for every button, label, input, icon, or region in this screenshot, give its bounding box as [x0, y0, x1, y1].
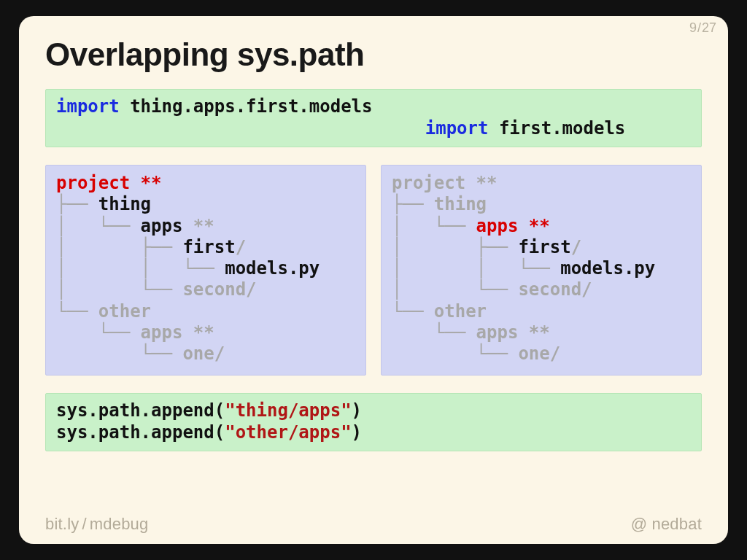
- slide-title: Overlapping sys.path: [45, 36, 702, 73]
- stage: 9/27 Overlapping sys.path import thing.a…: [0, 0, 747, 560]
- footer-at-sign: @: [631, 515, 648, 533]
- page-current: 9: [689, 20, 697, 35]
- import-line-2: import first.models: [56, 117, 691, 139]
- import-2-module: first.models: [488, 118, 625, 139]
- tree-left-l9: └── one/: [56, 343, 355, 365]
- tree-right-l1: project **: [392, 173, 691, 194]
- page-sep: /: [697, 20, 702, 35]
- tree-left-l1: project **: [56, 173, 355, 194]
- footer-link-domain: bit.ly: [45, 515, 79, 533]
- page-total: 27: [702, 20, 716, 35]
- footer-left: bit.ly/mdebug: [45, 515, 148, 534]
- tree-left-l5: │ │ └── models.py: [56, 258, 355, 279]
- syspath-line-2: sys.path.append("other/apps"): [56, 421, 691, 443]
- import-line-1: import thing.apps.first.models: [56, 96, 691, 117]
- tree-right-l8: └── apps **: [392, 322, 691, 343]
- tree-left-l3: │ └── apps **: [56, 216, 355, 237]
- tree-left-l7: └── other: [56, 301, 355, 322]
- tree-left-l6: │ └── second/: [56, 279, 355, 300]
- tree-right-l9: └── one/: [392, 343, 691, 365]
- tree-left: project ** ├── thing │ └── apps ** │ ├──…: [45, 165, 366, 376]
- footer-link-path: mdebug: [90, 515, 149, 533]
- page-number: 9/27: [689, 20, 716, 36]
- tree-right-l6: │ └── second/: [392, 279, 691, 300]
- footer: bit.ly/mdebug @ nedbat: [45, 515, 702, 534]
- tree-right-l3: │ └── apps **: [392, 216, 691, 237]
- kw-import-1: import: [56, 96, 120, 117]
- syspath-code-block: sys.path.append("thing/apps") sys.path.a…: [45, 393, 702, 451]
- footer-right: @ nedbat: [631, 515, 702, 534]
- tree-right-l4: │ ├── first/: [392, 237, 691, 258]
- tree-left-l4: │ ├── first/: [56, 237, 355, 258]
- slide: 9/27 Overlapping sys.path import thing.a…: [19, 16, 728, 544]
- tree-right-l7: └── other: [392, 301, 691, 322]
- tree-right-l5: │ │ └── models.py: [392, 258, 691, 279]
- tree-left-l8: └── apps **: [56, 322, 355, 343]
- tree-right-l2: ├── thing: [392, 194, 691, 215]
- import-1-module: thing.apps.first.models: [120, 96, 373, 117]
- footer-handle: nedbat: [652, 515, 703, 533]
- kw-import-2: import: [425, 118, 489, 139]
- import-code-block: import thing.apps.first.models import fi…: [45, 89, 702, 147]
- tree-right: project ** ├── thing │ └── apps ** │ ├──…: [381, 165, 702, 376]
- tree-row: project ** ├── thing │ └── apps ** │ ├──…: [45, 165, 702, 376]
- tree-left-l2: ├── thing: [56, 194, 355, 215]
- syspath-line-1: sys.path.append("thing/apps"): [56, 400, 691, 421]
- footer-link-sep: /: [79, 515, 89, 533]
- import-2-pad: [56, 118, 425, 139]
